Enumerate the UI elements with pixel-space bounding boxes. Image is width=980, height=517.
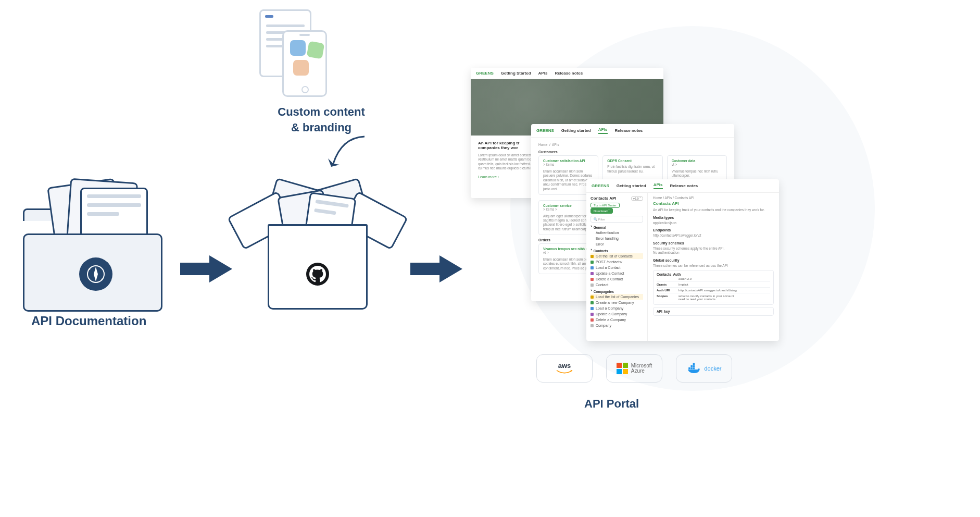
- reference-content: Home / APIs / Contacts API Contacts API …: [648, 193, 779, 341]
- sidebar-group[interactable]: ˅ Compagnies: [590, 290, 643, 294]
- sidebar-item[interactable]: Delete a Contact: [590, 276, 643, 282]
- nav-item[interactable]: Getting Started: [501, 71, 531, 76]
- sidebar-item[interactable]: Update a Contact: [590, 270, 643, 276]
- app-tile-orange: [293, 60, 309, 76]
- nav-item[interactable]: APIs: [654, 182, 663, 189]
- subsection: Global security: [653, 258, 774, 262]
- reference-sidebar: Contacts API v2.0 ˅ Try in API TesterDow…: [586, 193, 648, 341]
- app-tile-green: [307, 41, 325, 59]
- arrow-right-icon: [410, 253, 462, 285]
- sidebar-item[interactable]: Company: [590, 323, 643, 328]
- auth-field-row: Scopeswrite:co modify contacts in your a…: [657, 293, 770, 302]
- api-portal-label: API Portal: [584, 397, 639, 411]
- phone-speaker: [299, 34, 310, 36]
- auth-field-row: oauth 2.0: [657, 276, 770, 282]
- custom-content-illustration: [259, 9, 348, 103]
- sidebar-item[interactable]: Load a Company: [590, 305, 643, 311]
- subsection: Media types: [653, 216, 774, 219]
- azure-badge: MicrosoftAzure: [606, 354, 662, 383]
- docker-badge: docker: [676, 354, 732, 383]
- api-documentation-label: API Documentation: [31, 314, 146, 328]
- packaging-box-illustration: [241, 180, 395, 310]
- github-icon: [305, 262, 330, 287]
- page-title: Contacts API: [653, 201, 774, 206]
- subsection: Endpoints: [653, 228, 774, 232]
- breadcrumb: Home / APIs / Contacts API: [653, 196, 774, 200]
- microsoft-logo-icon: [617, 363, 628, 374]
- breadcrumb: Home / APIs: [538, 143, 727, 147]
- svg-rect-7: [693, 367, 695, 370]
- auth-panel: API_key: [653, 307, 774, 316]
- auth-panel: Contacts_Auth oauth 2.0GrantsImplicitAut…: [653, 270, 774, 305]
- curved-arrow-icon: [323, 132, 370, 174]
- text-line: [314, 208, 336, 215]
- sidebar-item[interactable]: Delete a Company: [590, 317, 643, 323]
- svg-rect-6: [691, 367, 693, 370]
- sidebar-item[interactable]: Error handling: [590, 236, 643, 241]
- api-description: An API for keeping track of your contact…: [653, 208, 774, 212]
- phone-home-button: [301, 86, 309, 93]
- api-title: Contacts API: [590, 196, 617, 201]
- version-selector[interactable]: v2.0 ˅: [631, 196, 643, 201]
- portal-nav: GREENS Getting Started APIs Release note…: [471, 68, 663, 79]
- portal-nav: GREENS Getting started APIs Release note…: [586, 179, 779, 193]
- arrow-right-icon: [180, 253, 232, 285]
- sidebar-item[interactable]: Get the list of Contacts: [590, 253, 643, 259]
- nav-item[interactable]: Release notes: [615, 128, 643, 133]
- text-line: [87, 203, 141, 207]
- text-line: [315, 200, 348, 208]
- text-line: [87, 212, 119, 216]
- nav-item[interactable]: Getting started: [561, 128, 591, 133]
- logo: GREENS: [536, 128, 554, 133]
- text-line: [266, 24, 305, 27]
- aws-badge: aws: [536, 354, 593, 383]
- auth-field-row: Auth URIhttp://contactsAPI.swagger.io/oa…: [657, 288, 770, 293]
- sidebar-group[interactable]: ˅ Contacts: [590, 249, 643, 253]
- text-line: [87, 194, 141, 198]
- sidebar-item[interactable]: Contact: [590, 282, 643, 288]
- svg-rect-10: [693, 363, 695, 365]
- sidebar-item[interactable]: Authentication: [590, 230, 643, 236]
- svg-point-2: [89, 268, 91, 270]
- nav-item[interactable]: Getting started: [617, 183, 646, 188]
- download-button[interactable]: Download ˅: [590, 208, 613, 214]
- sidebar-item[interactable]: Update a Company: [590, 311, 643, 317]
- logo: GREENS: [476, 71, 494, 76]
- subsection: Security schemes: [653, 241, 774, 245]
- filter-input[interactable]: 🔍 Filter: [590, 216, 643, 223]
- api-docs-folder-illustration: [23, 189, 162, 312]
- portal-nav: GREENS Getting started APIs Release note…: [531, 124, 734, 138]
- logo: GREENS: [592, 183, 609, 188]
- svg-rect-9: [693, 365, 695, 367]
- custom-content-label: Custom content & branding: [259, 104, 384, 135]
- portal-reference-mockup: GREENS Getting started APIs Release note…: [586, 179, 779, 341]
- nav-item[interactable]: Release notes: [670, 183, 698, 188]
- sidebar-item[interactable]: Create a new Company: [590, 300, 643, 305]
- compass-icon: [79, 257, 112, 291]
- sidebar-item[interactable]: POST /contacts/: [590, 259, 643, 265]
- section-heading: Customers: [538, 150, 727, 154]
- sidebar-group[interactable]: ˅ General: [590, 226, 643, 230]
- nav-item[interactable]: Release notes: [555, 71, 583, 76]
- phone-mockup-card: [282, 30, 327, 97]
- svg-rect-8: [691, 365, 693, 367]
- app-tile-blue: [290, 40, 306, 56]
- auth-field-row: GrantsImplicit: [657, 282, 770, 288]
- sidebar-item[interactable]: Error: [590, 241, 643, 247]
- nav-item[interactable]: APIs: [538, 71, 548, 76]
- svg-rect-5: [689, 367, 691, 370]
- doc-heading-line: [265, 15, 273, 18]
- svg-point-3: [102, 279, 103, 280]
- try-api-button[interactable]: Try in API Tester: [590, 203, 620, 208]
- nav-item[interactable]: APIs: [598, 127, 608, 134]
- sidebar-item[interactable]: Load the list of Companies: [590, 294, 643, 300]
- docker-icon: [686, 361, 701, 376]
- sidebar-item[interactable]: Load a Contact: [590, 265, 643, 270]
- api-portal-mockups: GREENS Getting Started APIs Release note…: [471, 68, 778, 349]
- deployment-targets: aws MicrosoftAzure docker: [536, 354, 732, 383]
